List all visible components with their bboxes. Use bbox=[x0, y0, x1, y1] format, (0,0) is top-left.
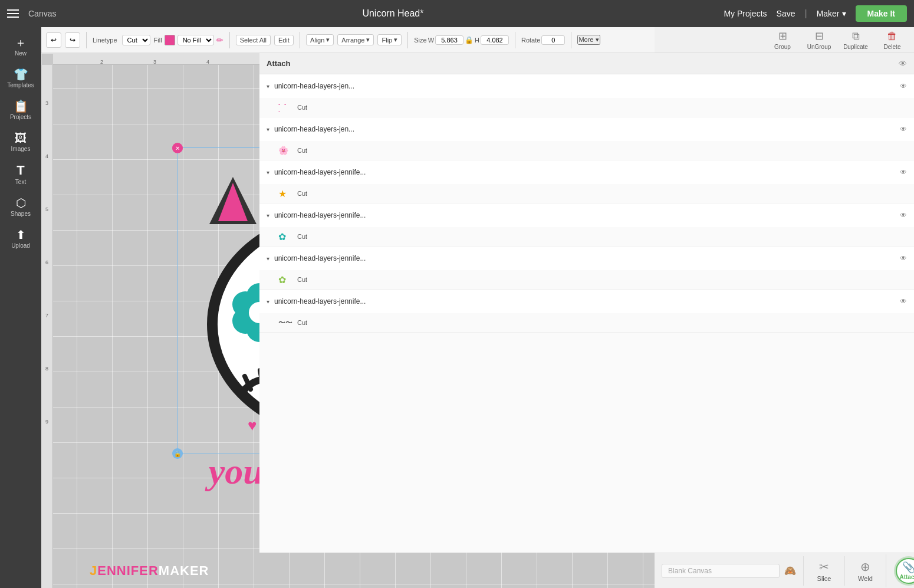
align-button[interactable]: Align ▾ bbox=[306, 34, 334, 45]
h-label: H bbox=[475, 37, 479, 44]
weld-button[interactable]: ⊕ Weld bbox=[844, 556, 886, 586]
page-title: Unicorn Head* bbox=[71, 8, 714, 19]
slice-label: Slice bbox=[817, 575, 831, 582]
svg-text:♥: ♥ bbox=[248, 416, 257, 434]
layer-cut-3: Cut bbox=[297, 190, 307, 197]
brand-j: J bbox=[90, 563, 97, 578]
layer-chevron-1: ▾ bbox=[267, 83, 269, 90]
hamburger-menu[interactable] bbox=[7, 9, 19, 18]
layer-group-4: ▾ unicorn-head-layers-jennife... 👁 ✿ Cut bbox=[259, 203, 914, 247]
layer-list[interactable]: Attach 👁 ▾ unicorn-head-layers-jen... 👁 … bbox=[259, 53, 914, 553]
bottom-panel: 🙈 ✂ Slice ⊕ Weld 📎 Attach ⊡ Flatten bbox=[655, 553, 914, 588]
ungroup-button[interactable]: ⊟ UnGroup bbox=[804, 29, 834, 50]
delete-button[interactable]: 🗑 Delete bbox=[877, 30, 907, 50]
layer-group-6: ▾ unicorn-head-layers-jennife... 👁 〜〜 Cu… bbox=[259, 290, 914, 333]
size-label: Size bbox=[414, 37, 426, 44]
linetype-select[interactable]: Cut bbox=[122, 35, 150, 45]
sidebar-item-upload[interactable]: ⬆ Upload bbox=[0, 224, 41, 254]
divider: | bbox=[804, 8, 807, 19]
attach-button[interactable]: 📎 Attach bbox=[886, 554, 914, 587]
maker-selector[interactable]: Maker ▾ bbox=[817, 9, 846, 18]
sidebar-text-label: Text bbox=[15, 179, 26, 185]
ungroup-label: UnGroup bbox=[807, 44, 831, 50]
sidebar-item-text[interactable]: T Text bbox=[0, 159, 41, 190]
slice-button[interactable]: ✂ Slice bbox=[803, 556, 844, 586]
layer-group-3: ▾ unicorn-head-layers-jennife... 👁 ★ Cut bbox=[259, 160, 914, 203]
rotate-input[interactable] bbox=[541, 35, 565, 45]
layer-row-3[interactable]: ▾ unicorn-head-layers-jennife... 👁 bbox=[259, 160, 914, 184]
align-label: Align bbox=[310, 37, 324, 44]
align-chevron-icon: ▾ bbox=[326, 36, 330, 44]
duplicate-button[interactable]: ⧉ Duplicate bbox=[841, 30, 870, 50]
select-all-button[interactable]: Select All bbox=[236, 35, 271, 45]
toolbar-divider-5 bbox=[515, 32, 515, 48]
canvas-label: Canvas bbox=[28, 9, 56, 18]
toolbar: ↩ ↪ Linetype Cut Fill No Fill ✏ Select A… bbox=[41, 27, 655, 53]
sidebar-item-templates[interactable]: 👕 Templates bbox=[0, 64, 41, 93]
sidebar-item-new[interactable]: ＋ New bbox=[0, 32, 41, 61]
redo-button[interactable]: ↪ bbox=[65, 32, 80, 48]
sidebar-item-shapes[interactable]: ⬡ Shapes bbox=[0, 192, 41, 222]
flip-button[interactable]: Flip ▾ bbox=[377, 34, 402, 45]
width-input[interactable] bbox=[435, 35, 463, 45]
arrange-chevron-icon: ▾ bbox=[366, 36, 370, 44]
eye-slash-icon[interactable]: 🙈 bbox=[784, 565, 796, 576]
layer-icon-4: ✿ bbox=[278, 232, 292, 241]
more-button[interactable]: More ▾ bbox=[577, 35, 600, 45]
layer-chevron-2: ▾ bbox=[267, 126, 269, 133]
layer-row-5[interactable]: ▾ unicorn-head-layers-jennife... 👁 bbox=[259, 247, 914, 270]
edit-button[interactable]: Edit bbox=[274, 35, 294, 45]
layer-eye-4[interactable]: 👁 bbox=[900, 211, 907, 219]
layer-group-5: ▾ unicorn-head-layers-jennife... 👁 ✿ Cut bbox=[259, 247, 914, 290]
layer-row-1[interactable]: ▾ unicorn-head-layers-jen... 👁 bbox=[259, 74, 914, 98]
toolbar-divider-1 bbox=[86, 32, 87, 48]
layer-eye-3[interactable]: 👁 bbox=[900, 168, 907, 176]
slice-icon: ✂ bbox=[819, 560, 829, 574]
layer-eye-6[interactable]: 👁 bbox=[900, 297, 907, 306]
blank-canvas-input[interactable] bbox=[662, 564, 780, 578]
layer-icon-3: ★ bbox=[278, 189, 292, 198]
right-panel: Layers Color Sync ⊞ Group ⊟ UnGroup ⧉ Du… bbox=[655, 0, 914, 588]
w-label: W bbox=[428, 37, 434, 44]
layer-eye-1[interactable]: 👁 bbox=[900, 82, 907, 90]
layer-name-4: unicorn-head-layers-jennife... bbox=[274, 211, 895, 219]
fill-select[interactable]: No Fill bbox=[177, 35, 214, 45]
group-button[interactable]: ⊞ Group bbox=[768, 29, 797, 50]
toolbar-divider-2 bbox=[229, 32, 230, 48]
fill-section: Fill No Fill ✏ bbox=[154, 35, 223, 45]
height-input[interactable] bbox=[481, 35, 509, 45]
arrange-button[interactable]: Arrange ▾ bbox=[337, 34, 374, 45]
sidebar-item-projects[interactable]: 📋 Projects bbox=[0, 96, 41, 125]
make-it-button[interactable]: Make It bbox=[856, 5, 907, 22]
images-icon: 🖼 bbox=[15, 132, 27, 144]
layer-row-4[interactable]: ▾ unicorn-head-layers-jennife... 👁 bbox=[259, 203, 914, 227]
topbar: Canvas Unicorn Head* My Projects Save | … bbox=[0, 0, 914, 27]
blank-canvas-bar: 🙈 bbox=[655, 564, 803, 578]
size-group: Size W 🔒 H bbox=[414, 35, 509, 45]
layer-icon-5: ✿ bbox=[278, 275, 292, 284]
weld-icon: ⊕ bbox=[860, 560, 870, 574]
fill-label: Fill bbox=[154, 37, 162, 44]
more-label: More ▾ bbox=[578, 36, 599, 44]
layer-eye-5[interactable]: 👁 bbox=[900, 254, 907, 262]
layer-chevron-6: ▾ bbox=[267, 298, 269, 305]
pencil-icon[interactable]: ✏ bbox=[216, 35, 223, 45]
templates-icon: 👕 bbox=[14, 68, 28, 80]
linetype-section: Linetype Cut bbox=[93, 35, 150, 45]
layer-row-6[interactable]: ▾ unicorn-head-layers-jennife... 👁 bbox=[259, 290, 914, 313]
layer-eye-2[interactable]: 👁 bbox=[900, 125, 907, 133]
rotate-label: Rotate bbox=[521, 37, 540, 44]
lock-icon[interactable]: 🔒 bbox=[465, 36, 474, 44]
layer-chevron-5: ▾ bbox=[267, 255, 269, 262]
layer-row-2[interactable]: ▾ unicorn-head-layers-jen... 👁 bbox=[259, 117, 914, 141]
undo-button[interactable]: ↩ bbox=[46, 32, 61, 48]
save-button[interactable]: Save bbox=[777, 9, 795, 18]
layer-name-1: unicorn-head-layers-jen... bbox=[274, 82, 895, 90]
my-projects-link[interactable]: My Projects bbox=[724, 9, 767, 18]
fill-color-swatch[interactable] bbox=[165, 35, 175, 45]
maker-chevron-icon: ▾ bbox=[842, 9, 846, 18]
upload-icon: ⬆ bbox=[16, 229, 26, 241]
attach-visibility-icon[interactable]: 👁 bbox=[899, 59, 907, 68]
duplicate-label: Duplicate bbox=[843, 44, 868, 50]
sidebar-item-images[interactable]: 🖼 Images bbox=[0, 127, 41, 157]
